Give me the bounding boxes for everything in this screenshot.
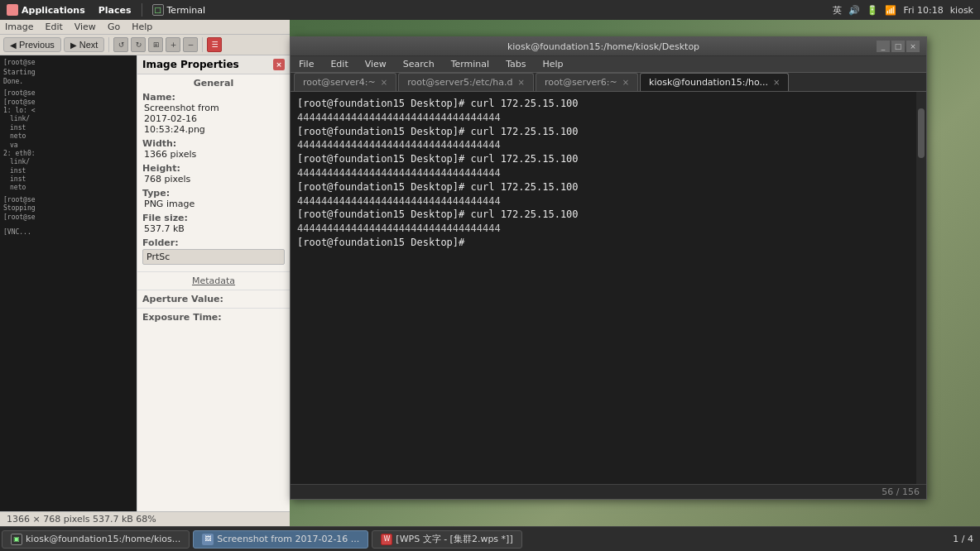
- tab-0[interactable]: root@server4:~ ×: [294, 73, 396, 91]
- image-viewer-body: [root@se Starting Done. [root@se [root@s…: [0, 55, 290, 511]
- panel-close-button[interactable]: ×: [273, 59, 285, 70]
- previous-button[interactable]: ◀ Previous: [3, 37, 61, 52]
- taskbar-item-0[interactable]: ▣ kiosk@foundation15:/home/kios...: [2, 530, 190, 549]
- tab-1-label: root@server5:/etc/ha.d: [407, 77, 512, 88]
- exposure-label: Exposure Time:: [142, 312, 285, 323]
- aperture-label: Aperture Value:: [142, 294, 285, 304]
- folder-label: Folder:: [142, 237, 285, 248]
- terminal-line-10: [root@foundation15 Desktop]#: [297, 236, 910, 250]
- taskbar-label-0: kiosk@foundation15:/home/kios...: [26, 534, 180, 544]
- statusbar-info: 1366 × 768 pixels 537.7 kB 68%: [7, 514, 156, 525]
- terminal-label: Terminal: [167, 5, 206, 16]
- network-icon: 📶: [885, 5, 896, 16]
- tab-1[interactable]: root@server5:/etc/ha.d ×: [398, 73, 534, 91]
- panel-title: Image Properties: [142, 59, 239, 70]
- terminal-status: 56 / 156: [291, 484, 926, 499]
- terminal-line-4: [root@foundation15 Desktop]# curl 172.25…: [297, 152, 910, 166]
- menu-tabs[interactable]: Tabs: [497, 56, 534, 72]
- tab-2-label: root@server6:~: [545, 77, 617, 88]
- taskbar-item-2[interactable]: W [WPS 文字 - [集群2.wps *]]: [372, 530, 521, 549]
- terminal-line-7: 4444444444444444444444444444444444: [297, 194, 910, 208]
- next-button[interactable]: ▶ Next: [64, 37, 105, 52]
- terminal-window: kiosk@foundation15:/home/kiosk/Desktop _…: [290, 36, 927, 500]
- iv-menu-go[interactable]: Go: [108, 22, 120, 32]
- scroll-thumb[interactable]: [918, 108, 925, 158]
- tab-1-close[interactable]: ×: [518, 78, 525, 87]
- menu-help[interactable]: Help: [535, 56, 572, 72]
- toolbar-separator-1: [108, 37, 109, 52]
- next-icon: ▶: [70, 41, 77, 50]
- height-field: Height: 768 pixels: [142, 163, 285, 184]
- aperture-section: Aperture Value:: [137, 290, 290, 309]
- zoom-in-icon[interactable]: +: [166, 37, 180, 52]
- tab-3[interactable]: kiosk@foundation15:/ho... ×: [640, 73, 789, 91]
- type-value: PNG image: [142, 199, 285, 209]
- iv-menu-image[interactable]: Image: [5, 22, 33, 32]
- tab-0-close[interactable]: ×: [381, 78, 387, 87]
- taskbar-right: 1 / 4: [953, 534, 980, 544]
- type-label: Type:: [142, 188, 285, 199]
- filesize-label: File size:: [142, 213, 285, 223]
- clock: Fri 10:18: [903, 5, 943, 16]
- terminal-scrollbar[interactable]: [916, 92, 926, 484]
- screenshot-preview: [root@se Starting Done. [root@se [root@s…: [0, 55, 137, 511]
- image-properties-panel: Image Properties × General Name: Screens…: [137, 55, 290, 511]
- name-value-3: 10:53:24.png: [142, 124, 285, 135]
- iv-menu-view[interactable]: View: [74, 22, 96, 32]
- zoom-out-icon[interactable]: −: [183, 37, 198, 52]
- system-bar-left: Applications Places □ Terminal: [0, 3, 833, 17]
- system-bar: Applications Places □ Terminal 英 🔊 🔋 📶 F…: [0, 0, 980, 20]
- maximize-button[interactable]: □: [891, 41, 905, 52]
- user-label: kiosk: [950, 5, 973, 16]
- terminal-line-9: 4444444444444444444444444444444444: [297, 222, 910, 236]
- terminal-line-5: 4444444444444444444444444444444444: [297, 166, 910, 180]
- collection-icon[interactable]: ☰: [207, 37, 222, 52]
- name-label: Name:: [142, 92, 285, 103]
- close-button[interactable]: ×: [906, 41, 920, 52]
- width-value: 1366 pixels: [142, 149, 285, 160]
- rotate-right-icon[interactable]: ↻: [131, 37, 146, 52]
- battery-icon: 🔋: [867, 5, 878, 16]
- zoom-fit-icon[interactable]: ⊞: [148, 37, 163, 52]
- terminal-line-6: [root@foundation15 Desktop]# curl 172.25…: [297, 180, 910, 194]
- rotate-left-icon[interactable]: ↺: [113, 37, 128, 52]
- taskbar: ▣ kiosk@foundation15:/home/kios... 🖼 Scr…: [0, 526, 980, 551]
- applications-label: Applications: [22, 5, 85, 16]
- iv-menu-help[interactable]: Help: [132, 22, 152, 32]
- width-field: Width: 1366 pixels: [142, 138, 285, 160]
- folder-value[interactable]: PrtSc: [142, 249, 285, 265]
- terminal-menu: File Edit View Search Terminal Tabs Help: [291, 56, 926, 73]
- menu-terminal[interactable]: Terminal: [443, 56, 498, 72]
- taskbar-icon-image: 🖼: [202, 534, 214, 545]
- taskbar-icon-terminal: ▣: [11, 534, 22, 545]
- tab-3-close[interactable]: ×: [773, 78, 780, 87]
- taskbar-label-1: Screenshot from 2017-02-16 ...: [217, 534, 359, 544]
- general-section: General Name: Screenshot from 2017-02-16…: [137, 74, 290, 272]
- iv-menu-edit[interactable]: Edit: [45, 22, 62, 32]
- image-viewer-toolbar: ◀ Previous ▶ Next ↺ ↻ ⊞ + − ☰: [0, 35, 290, 55]
- minimize-button[interactable]: _: [877, 41, 890, 52]
- image-viewer-statusbar: 1366 × 768 pixels 537.7 kB 68%: [0, 511, 290, 526]
- metadata-link[interactable]: Metadata: [142, 276, 285, 286]
- name-value: Screenshot from: [142, 103, 285, 113]
- folder-field: Folder: PrtSc: [142, 237, 285, 265]
- metadata-section: Metadata: [137, 272, 290, 290]
- terminal-title: kiosk@foundation15:/home/kiosk/Desktop: [330, 41, 877, 52]
- terminal-line-1: 4444444444444444444444444444444444: [297, 111, 910, 125]
- toolbar-separator-2: [202, 37, 203, 52]
- menu-search[interactable]: Search: [395, 56, 443, 72]
- applications-menu[interactable]: Applications: [0, 4, 92, 16]
- window-controls: _ □ ×: [877, 41, 920, 52]
- terminal-launcher[interactable]: □ Terminal: [146, 4, 213, 16]
- terminal-content[interactable]: [root@foundation15 Desktop]# curl 172.25…: [291, 92, 916, 484]
- tab-2-close[interactable]: ×: [622, 78, 629, 87]
- places-menu[interactable]: Places: [92, 5, 138, 16]
- menu-view[interactable]: View: [357, 56, 395, 72]
- image-viewer-menubar: Image Edit View Go Help: [0, 20, 290, 35]
- taskbar-item-1[interactable]: 🖼 Screenshot from 2017-02-16 ...: [193, 530, 368, 549]
- menu-file[interactable]: File: [291, 56, 322, 72]
- tab-2[interactable]: root@server6:~ ×: [536, 73, 638, 91]
- exposure-section: Exposure Time:: [137, 309, 290, 326]
- terminal-line-0: [root@foundation15 Desktop]# curl 172.25…: [297, 97, 910, 111]
- menu-edit[interactable]: Edit: [322, 56, 356, 72]
